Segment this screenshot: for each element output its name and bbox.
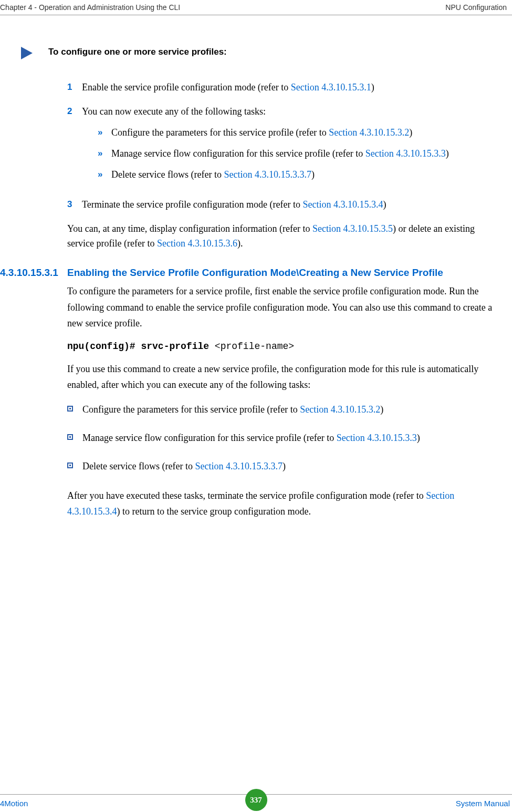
bullet-after: ) bbox=[417, 433, 420, 443]
page-header: Chapter 4 - Operation and Administration… bbox=[0, 0, 512, 15]
xref-link[interactable]: Section 4.3.10.15.3.5 bbox=[312, 223, 393, 234]
sub-item: » Delete service flows (refer to Section… bbox=[98, 168, 501, 182]
sub-after: ) bbox=[311, 169, 315, 180]
sub-text: Delete service flows (refer to Section 4… bbox=[111, 168, 501, 182]
xref-link[interactable]: Section 4.3.10.15.3.4 bbox=[303, 199, 383, 210]
step-after: ) bbox=[371, 82, 374, 92]
step-body: Terminate the service profile configurat… bbox=[82, 198, 501, 212]
bullet-pre: Manage service flow configuration for th… bbox=[82, 433, 337, 443]
step-text: You can now execute any of the following… bbox=[82, 106, 266, 117]
step-body: You can now execute any of the following… bbox=[82, 105, 501, 189]
step-number: 3 bbox=[67, 198, 82, 212]
step-number: 2 bbox=[67, 105, 82, 189]
chevron-icon: » bbox=[98, 168, 111, 182]
step-3: 3 Terminate the service profile configur… bbox=[67, 198, 501, 212]
xref-link[interactable]: Section 4.3.10.15.3.2 bbox=[329, 127, 409, 138]
bullet-after: ) bbox=[283, 461, 286, 471]
square-bullet-icon bbox=[67, 406, 73, 412]
sub-item: » Configure the parameters for this serv… bbox=[98, 126, 501, 140]
body-paragraph: If you use this command to create a new … bbox=[67, 361, 501, 393]
para-text: ). bbox=[237, 238, 243, 249]
xref-link[interactable]: Section 4.3.10.15.3.1 bbox=[291, 82, 371, 92]
step-text: Enable the service profile configuration… bbox=[82, 82, 291, 92]
sub-text: Configure the parameters for this servic… bbox=[111, 126, 501, 140]
intro-text: To configure one or more service profile… bbox=[48, 47, 227, 57]
step-2: 2 You can now execute any of the followi… bbox=[67, 105, 501, 189]
arrow-right-icon bbox=[21, 47, 33, 59]
sub-after: ) bbox=[409, 127, 412, 138]
sub-pre: Configure the parameters for this servic… bbox=[111, 127, 329, 138]
square-bullet-icon bbox=[67, 462, 73, 468]
bullet-item: Manage service flow configuration for th… bbox=[67, 431, 501, 446]
bullet-pre: Delete service flows (refer to bbox=[82, 461, 195, 471]
xref-link[interactable]: Section 4.3.10.15.3.3 bbox=[365, 148, 446, 159]
section-heading: 4.3.10.15.3.1 Enabling the Service Profi… bbox=[0, 267, 507, 279]
step-after: ) bbox=[383, 199, 386, 210]
body-paragraph: To configure the parameters for a servic… bbox=[67, 283, 501, 332]
para-text: You can, at any time, display configurat… bbox=[67, 223, 312, 234]
step-body: Enable the service profile configuration… bbox=[82, 80, 501, 95]
page-number-badge: 337 bbox=[245, 789, 267, 811]
section-number: 4.3.10.15.3.1 bbox=[0, 267, 67, 279]
after-steps-para: You can, at any time, display configurat… bbox=[67, 222, 501, 251]
header-right: NPU Configuration bbox=[445, 3, 507, 12]
sub-item: » Manage service flow configuration for … bbox=[98, 147, 501, 161]
chevron-icon: » bbox=[98, 147, 111, 161]
sub-pre: Delete service flows (refer to bbox=[111, 169, 224, 180]
bullet-text: Configure the parameters for this servic… bbox=[82, 403, 501, 417]
footer-right: System Manual bbox=[456, 799, 510, 808]
closing-paragraph: After you have executed these tasks, ter… bbox=[67, 488, 501, 520]
code-line: npu(config)# srvc-profile <profile-name> bbox=[67, 341, 501, 352]
bullet-text: Manage service flow configuration for th… bbox=[82, 431, 501, 446]
sub-after: ) bbox=[446, 148, 449, 159]
sub-pre: Manage service flow configuration for th… bbox=[111, 148, 365, 159]
section-title: Enabling the Service Profile Configurati… bbox=[67, 267, 507, 279]
code-rest: <profile-name> bbox=[215, 341, 294, 352]
intro-row: To configure one or more service profile… bbox=[21, 47, 512, 59]
bullet-text: Delete service flows (refer to Section 4… bbox=[82, 459, 501, 474]
square-bullet-icon bbox=[67, 434, 73, 440]
xref-link[interactable]: Section 4.3.10.15.3.3.7 bbox=[224, 169, 311, 180]
closing-after: ) to return to the service group configu… bbox=[117, 506, 311, 517]
bullet-after: ) bbox=[380, 404, 383, 415]
xref-link[interactable]: Section 4.3.10.15.3.6 bbox=[157, 238, 237, 249]
step-text: Terminate the service profile configurat… bbox=[82, 199, 303, 210]
xref-link[interactable]: Section 4.3.10.15.3.2 bbox=[300, 404, 380, 415]
page-content: To configure one or more service profile… bbox=[0, 15, 512, 520]
header-left: Chapter 4 - Operation and Administration… bbox=[0, 3, 180, 12]
sub-text: Manage service flow configuration for th… bbox=[111, 147, 501, 161]
xref-link[interactable]: Section 4.3.10.15.3.3 bbox=[337, 433, 417, 443]
chevron-icon: » bbox=[98, 126, 111, 140]
bullet-pre: Configure the parameters for this servic… bbox=[82, 404, 300, 415]
bullet-item: Delete service flows (refer to Section 4… bbox=[67, 459, 501, 474]
step-number: 1 bbox=[67, 80, 82, 95]
closing-pre: After you have executed these tasks, ter… bbox=[67, 490, 426, 501]
step-1: 1 Enable the service profile configurati… bbox=[67, 80, 501, 95]
xref-link[interactable]: Section 4.3.10.15.3.3.7 bbox=[195, 461, 283, 471]
bullet-item: Configure the parameters for this servic… bbox=[67, 403, 501, 417]
footer-left: 4Motion bbox=[0, 799, 28, 808]
code-bold: npu(config)# srvc-profile bbox=[67, 341, 215, 352]
